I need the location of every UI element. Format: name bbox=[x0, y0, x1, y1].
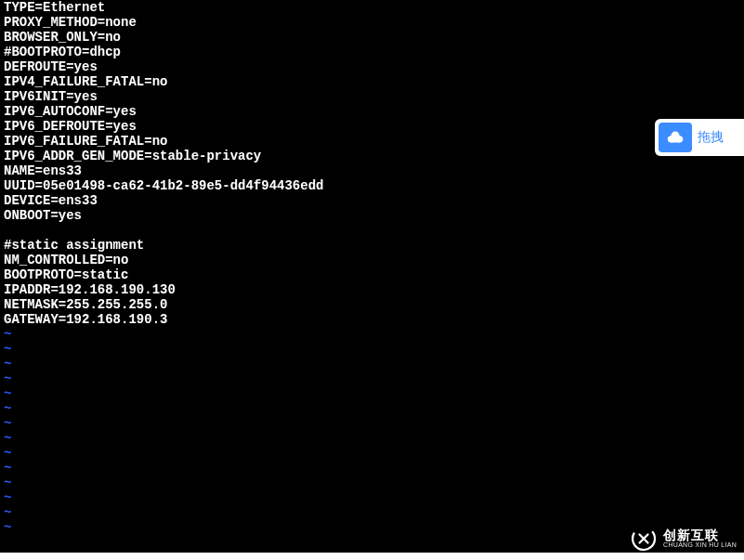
config-line: IPV6_FAILURE_FATAL=no bbox=[4, 134, 740, 149]
config-line: NETMASK=255.255.255.0 bbox=[4, 297, 740, 312]
config-line: TYPE=Ethernet bbox=[4, 0, 740, 15]
empty-line-tilde: ~ bbox=[4, 357, 740, 371]
config-line: ONBOOT=yes bbox=[4, 208, 740, 223]
empty-line-tilde: ~ bbox=[4, 490, 740, 505]
config-line: NAME=ens33 bbox=[4, 163, 740, 178]
svg-rect-3 bbox=[671, 137, 679, 143]
empty-line-tilde: ~ bbox=[4, 371, 740, 386]
config-line: PROXY_METHOD=none bbox=[4, 15, 740, 30]
bottom-strip bbox=[0, 553, 744, 560]
drag-button-label: 拖拽 bbox=[698, 129, 724, 146]
config-line: BROWSER_ONLY=no bbox=[4, 30, 740, 45]
config-line: IPV6_ADDR_GEN_MODE=stable-privacy bbox=[4, 149, 740, 163]
drag-upload-button[interactable]: 拖拽 bbox=[655, 119, 744, 156]
config-line: #BOOTPROTO=dhcp bbox=[4, 45, 740, 59]
config-line: #static assignment bbox=[4, 238, 740, 253]
config-line: UUID=05e01498-ca62-41b2-89e5-dd4f94436ed… bbox=[4, 178, 740, 193]
config-line: GATEWAY=192.168.190.3 bbox=[4, 312, 740, 327]
empty-line-tilde: ~ bbox=[4, 475, 740, 490]
empty-line-tilde: ~ bbox=[4, 505, 740, 520]
config-line: IPADDR=192.168.190.130 bbox=[4, 282, 740, 297]
config-line: IPV6_DEFROUTE=yes bbox=[4, 119, 740, 134]
cx-logo-icon bbox=[630, 525, 658, 553]
config-line: IPV6_AUTOCONF=yes bbox=[4, 104, 740, 119]
config-line: BOOTPROTO=static bbox=[4, 267, 740, 282]
watermark-logo: 创新互联 CHUANG XIN HU LIAN bbox=[630, 525, 737, 553]
terminal-editor[interactable]: TYPE=EthernetPROXY_METHOD=noneBROWSER_ON… bbox=[0, 0, 744, 553]
config-line: IPV4_FAILURE_FATAL=no bbox=[4, 74, 740, 89]
config-line: DEVICE=ens33 bbox=[4, 193, 740, 208]
empty-line-tilde: ~ bbox=[4, 327, 740, 342]
empty-line-tilde: ~ bbox=[4, 431, 740, 446]
empty-line-tilde: ~ bbox=[4, 416, 740, 431]
config-line: DEFROUTE=yes bbox=[4, 59, 740, 74]
empty-line-tilde: ~ bbox=[4, 461, 740, 475]
config-line: NM_CONTROLLED=no bbox=[4, 253, 740, 267]
watermark-sub-text: CHUANG XIN HU LIAN bbox=[663, 541, 737, 549]
empty-line-tilde: ~ bbox=[4, 446, 740, 461]
watermark-main-text: 创新互联 bbox=[663, 528, 737, 541]
empty-line-tilde: ~ bbox=[4, 386, 740, 401]
cloud-icon bbox=[659, 123, 692, 152]
empty-line-tilde: ~ bbox=[4, 401, 740, 416]
config-line bbox=[4, 223, 740, 238]
config-line: IPV6INIT=yes bbox=[4, 89, 740, 104]
empty-line-tilde: ~ bbox=[4, 342, 740, 357]
